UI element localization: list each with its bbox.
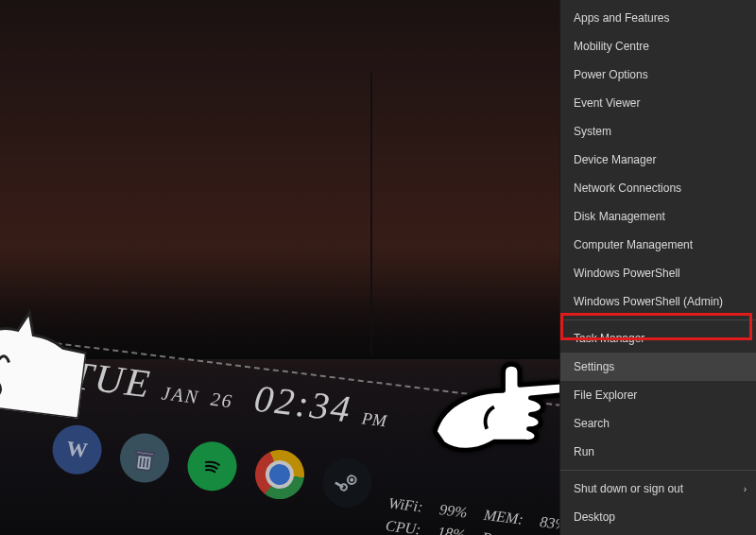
- menu-item-event-viewer[interactable]: Event Viewer: [560, 89, 756, 117]
- menu-item-label: Windows PowerShell (Admin): [574, 295, 723, 308]
- winx-context-menu: Apps and FeaturesMobility CentrePower Op…: [559, 0, 756, 535]
- menu-item-settings[interactable]: Settings: [560, 353, 756, 381]
- steam-icon[interactable]: [319, 456, 374, 510]
- cpu-value: 18%: [437, 524, 466, 535]
- menu-item-device-manager[interactable]: Device Manager: [560, 146, 756, 174]
- clock-time: 02:34: [252, 375, 354, 431]
- mem-label: MEM:: [483, 507, 524, 527]
- menu-separator: [560, 319, 756, 320]
- menu-item-power-options[interactable]: Power Options: [560, 60, 756, 89]
- menu-item-label: Task Manager: [574, 332, 644, 345]
- menu-item-label: Settings: [574, 360, 614, 373]
- menu-item-label: Mobility Centre: [574, 40, 649, 53]
- menu-item-file-explorer[interactable]: File Explorer: [560, 381, 756, 409]
- clock-daynum: 26: [210, 388, 235, 413]
- menu-item-run[interactable]: Run: [560, 438, 756, 466]
- menu-item-label: Event Viewer: [574, 96, 640, 110]
- menu-item-label: Computer Management: [574, 238, 693, 251]
- menu-item-label: System: [574, 125, 611, 138]
- menu-item-label: File Explorer: [574, 388, 637, 402]
- menu-item-apps-and-features[interactable]: Apps and Features: [560, 4, 756, 32]
- menu-separator: [560, 470, 756, 471]
- clock-ampm: PM: [361, 408, 387, 431]
- menu-item-shut-down-or-sign-out[interactable]: Shut down or sign out›: [560, 475, 756, 503]
- menu-item-label: Windows PowerShell: [574, 267, 680, 280]
- menu-item-label: Shut down or sign out: [574, 482, 683, 495]
- menu-item-label: Run: [574, 445, 594, 458]
- menu-item-label: Search: [574, 417, 610, 430]
- menu-item-task-manager[interactable]: Task Manager: [560, 324, 756, 353]
- menu-item-label: Device Manager: [574, 153, 656, 166]
- pointing-hand-icon: [430, 345, 576, 473]
- menu-item-label: Apps and Features: [574, 11, 669, 25]
- clock-month: JAN: [161, 382, 201, 408]
- chrome-icon[interactable]: [252, 447, 307, 502]
- chevron-right-icon: ›: [744, 484, 747, 494]
- menu-item-system[interactable]: System: [560, 117, 756, 146]
- word-icon[interactable]: W: [50, 423, 105, 477]
- menu-item-disk-management[interactable]: Disk Management: [560, 202, 756, 231]
- menu-item-mobility-centre[interactable]: Mobility Centre: [560, 32, 756, 60]
- menu-item-computer-management[interactable]: Computer Management: [560, 231, 756, 259]
- menu-item-label: Desktop: [574, 510, 615, 524]
- menu-item-desktop[interactable]: Desktop: [560, 503, 756, 531]
- menu-item-label: Network Connections: [574, 181, 681, 195]
- menu-item-label: Disk Management: [574, 210, 665, 223]
- cpu-label: CPU:: [385, 517, 421, 535]
- menu-item-network-connections[interactable]: Network Connections: [560, 174, 756, 202]
- trash-icon[interactable]: [117, 431, 172, 486]
- cat-widget: [0, 302, 91, 419]
- menu-item-windows-powershell[interactable]: Windows PowerShell: [560, 259, 756, 287]
- menu-item-windows-powershell-admin[interactable]: Windows PowerShell (Admin): [560, 287, 756, 316]
- wifi-label: WiFi:: [387, 494, 423, 514]
- menu-item-search[interactable]: Search: [560, 409, 756, 438]
- spotify-icon[interactable]: [185, 439, 240, 493]
- menu-item-label: Power Options: [574, 68, 648, 81]
- wifi-value: 99%: [438, 501, 468, 520]
